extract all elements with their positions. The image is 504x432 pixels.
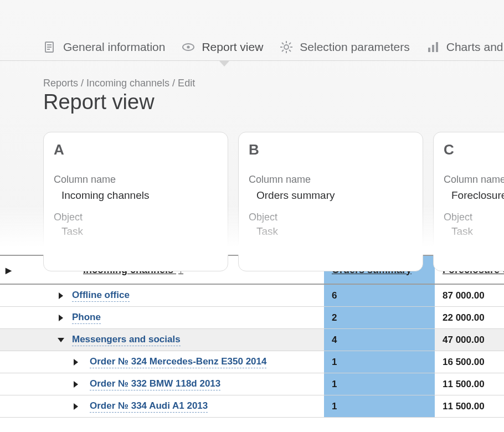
orders-summary-cell: 2 [324,307,435,328]
foreclosure-cell: 47 000.00 [435,335,504,346]
orders-summary-cell: 1 [324,351,435,373]
object-value[interactable]: Task [444,223,504,238]
foreclosure-cell: 16 500.00 [435,357,504,368]
tab-general-information[interactable]: General information [43,33,165,60]
column-name-value[interactable]: Incoming channels [54,187,218,207]
svg-rect-17 [436,42,438,52]
row-link[interactable]: Phone [72,312,101,324]
column-card-b[interactable]: B Column name Orders summary Object Task [238,132,423,271]
chevron-right-icon [74,403,78,410]
table-body: Offline office687 000.00Phone222 000.00M… [0,285,504,418]
tab-label: Selection parameters [300,40,409,54]
table-row: Order № 334 Audi A1 2013111 500.00 [0,395,504,418]
svg-line-11 [282,43,284,44]
row-link[interactable]: Offline office [72,290,130,302]
document-icon [43,40,56,54]
foreclosure-cell: 11 500.00 [435,379,504,390]
column-name-value[interactable]: Foreclosure Co [444,187,504,207]
orders-summary-cell: 1 [324,373,435,395]
column-name-label: Column name [54,174,218,186]
column-name-value[interactable]: Orders summary [249,187,413,207]
object-value[interactable]: Task [249,223,413,238]
column-name-label: Column name [249,174,413,186]
table-row: Phone222 000.00 [0,307,504,329]
tab-label: Report view [202,40,263,54]
row-link[interactable]: Order № 332 BMW 118d 2013 [90,378,220,390]
object-value[interactable]: Task [54,223,218,238]
svg-line-12 [289,50,291,52]
chevron-right-icon [74,359,78,366]
row-link[interactable]: Messengers and socials [72,334,181,346]
column-name-label: Column name [444,174,504,186]
eye-icon [182,40,195,54]
expand-toggle[interactable] [62,403,90,410]
row-link[interactable]: Order № 334 Audi A1 2013 [90,400,208,413]
orders-summary-cell: 4 [324,329,435,351]
breadcrumb[interactable]: Reports / Incoming channels / Edit [43,78,504,89]
column-cards-row: A Column name Incoming channels Object T… [0,120,504,271]
column-card-c[interactable]: C Column name Foreclosure Co Object Task [433,132,504,271]
gear-icon [280,40,293,54]
svg-line-14 [289,43,291,44]
table-row: Offline office687 000.00 [0,285,504,307]
tabs-row: General information Report view Selectio… [0,33,504,61]
tab-label: Charts and gr [446,40,504,54]
svg-point-6 [284,45,289,49]
page-title: Report view [43,90,504,114]
object-label: Object [54,212,218,223]
table-row: Order № 324 Mercedes-Benz E350 2014116 5… [0,351,504,373]
expand-toggle[interactable] [62,359,90,366]
tab-label: General information [63,40,165,54]
svg-rect-15 [428,48,430,52]
foreclosure-cell: 87 000.00 [435,290,504,301]
expand-toggle[interactable] [50,338,72,342]
tab-charts-and-graphs[interactable]: Charts and gr [426,33,504,60]
report-table: ▶ Incoming channels ↑ Orders summary For… [0,255,504,418]
tab-selection-parameters[interactable]: Selection parameters [280,33,409,60]
expand-toggle[interactable] [50,315,72,321]
column-card-a[interactable]: A Column name Incoming channels Object T… [43,132,228,271]
foreclosure-cell: 22 000.00 [435,312,504,323]
object-label: Object [249,212,413,223]
expand-toggle[interactable] [50,292,72,299]
column-letter: C [444,141,504,158]
bar-chart-icon [426,40,440,54]
table-row: Messengers and socials447 000.00 [0,329,504,351]
orders-summary-cell: 6 [324,285,435,306]
chevron-right-icon [59,315,63,321]
column-letter: A [54,141,218,158]
object-label: Object [444,212,504,223]
svg-rect-16 [432,45,434,52]
column-letter: B [249,141,413,158]
chevron-right-icon [59,292,63,299]
chevron-right-icon [74,381,78,388]
orders-summary-cell: 1 [324,395,435,417]
configurator-panel: General information Report view Selectio… [0,0,504,255]
expand-toggle[interactable] [62,381,90,388]
svg-point-5 [187,45,190,48]
tab-report-view[interactable]: Report view [182,33,263,60]
row-link[interactable]: Order № 324 Mercedes-Benz E350 2014 [90,356,266,368]
svg-line-13 [282,50,284,52]
table-row: Order № 332 BMW 118d 2013111 500.00 [0,373,504,395]
chevron-down-icon [58,338,64,342]
foreclosure-cell: 11 500.00 [435,401,504,412]
